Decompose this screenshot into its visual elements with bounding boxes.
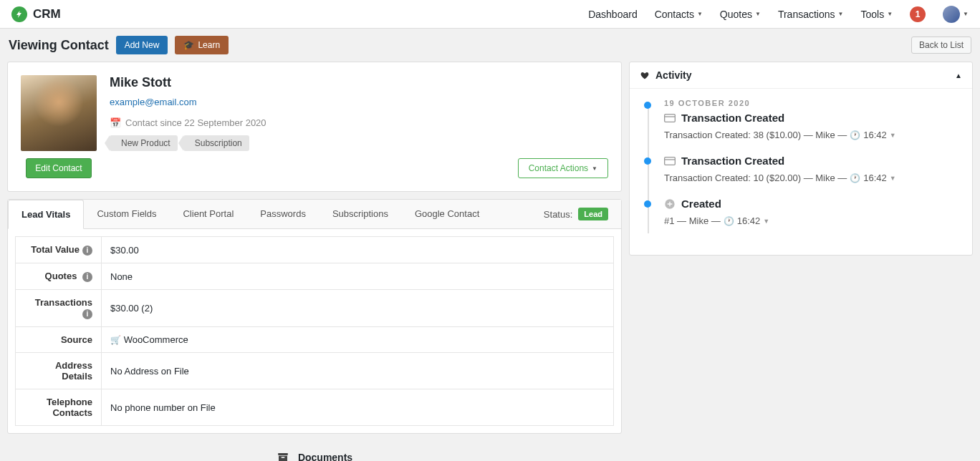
tab-client-portal[interactable]: Client Portal [170,200,247,228]
clock-icon: 🕐 [850,130,860,140]
tags-row: New Product Subscription [110,135,608,151]
nav-quotes[interactable]: Quotes▼ [720,9,761,20]
chevron-down-icon[interactable]: ▼ [890,175,896,182]
chevron-down-icon: ▼ [838,11,844,17]
page-header: Viewing Contact Add New 🎓 Learn Back to … [0,29,980,62]
timeline-time: 16:42 [737,215,761,226]
chevron-down-icon: ▼ [887,11,893,17]
timeline-item: Created #1 — Mike — 🕐 16:42 ▼ [644,198,958,226]
timeline-desc: #1 — Mike — [664,215,721,226]
svg-rect-2 [282,457,285,458]
notification-badge[interactable]: 1 [910,6,926,22]
chevron-down-icon[interactable]: ▼ [763,218,769,225]
vitals-row-value: No Address on File [102,353,614,389]
nav-contacts-label: Contacts [655,9,694,20]
chevron-down-icon: ▼ [755,11,761,17]
timeline-item: Transaction Created Transaction Created:… [644,155,958,183]
timeline-title: Transaction Created [681,112,784,124]
contact-since-text: Contact since 22 September 2020 [125,117,266,128]
archive-icon [277,451,289,461]
info-icon[interactable]: i [82,272,92,282]
brand-area: CRM [11,6,61,22]
vitals-row-label: Address Details [16,353,102,389]
top-nav: Dashboard Contacts▼ Quotes▼ Transactions… [588,6,969,23]
activity-title: Activity [655,69,692,81]
source-text: WooCommerce [124,334,188,345]
timeline-desc: Transaction Created: 10 ($20.00) — Mike … [664,173,847,183]
svg-rect-5 [665,157,676,165]
tab-passwords[interactable]: Passwords [247,200,320,228]
timeline-dot [644,200,651,208]
timeline-dot [644,102,651,109]
vitals-row-value: $30.00 [102,237,614,263]
vitals-row-label: Quotes [45,271,77,281]
documents-title: Documents [298,452,352,461]
info-icon[interactable]: i [82,246,92,256]
heartbeat-icon [640,70,650,80]
tab-google-contact[interactable]: Google Contact [402,200,493,228]
vitals-row-value: $30.00 (2) [102,290,614,327]
nav-dashboard-label: Dashboard [588,9,638,20]
chevron-down-icon: ▼ [592,165,597,172]
chevron-down-icon: ▼ [697,11,703,17]
contact-actions-button[interactable]: Contact Actions ▼ [518,158,608,178]
vitals-row-label: Telephone Contacts [16,389,102,426]
card-icon [664,156,676,166]
vitals-table: Total Valuei$30.00 Quotes iNone Transact… [15,236,614,426]
tab-custom-fields[interactable]: Custom Fields [84,200,170,228]
contact-since: 📅 Contact since 22 September 2020 [110,117,608,128]
nav-tools[interactable]: Tools▼ [860,9,893,20]
contact-actions-label: Contact Actions [529,163,588,173]
avatar [943,6,960,23]
timeline-date: 19 OCTOBER 2020 [664,99,958,107]
page-title: Viewing Contact [9,38,109,53]
nav-dashboard[interactable]: Dashboard [588,9,638,20]
contact-name: Mike Stott [110,75,608,90]
topbar: CRM Dashboard Contacts▼ Quotes▼ Transact… [0,0,980,29]
vitals-card: Lead Vitals Custom Fields Client Portal … [7,199,622,434]
collapse-icon[interactable]: ▲ [955,72,962,79]
back-to-list-button[interactable]: Back to List [911,37,971,54]
contact-card: Edit Contact Mike Stott example@email.co… [7,62,622,192]
nav-tools-label: Tools [860,9,884,20]
card-icon [664,113,676,123]
graduation-cap-icon: 🎓 [183,40,194,50]
timeline-time: 16:42 [863,130,887,140]
user-menu[interactable]: ▼ [943,6,969,23]
timeline-title: Created [681,198,721,210]
edit-contact-button[interactable]: Edit Contact [26,158,91,178]
tab-subscriptions[interactable]: Subscriptions [320,200,402,228]
timeline-title: Transaction Created [681,155,784,167]
tag[interactable]: New Product [110,135,178,151]
contact-email-link[interactable]: example@email.com [110,97,197,107]
documents-area: Documents Quotes Transactions Files Task… [7,441,622,461]
clock-icon: 🕐 [850,173,860,183]
vitals-row-label: Source [16,327,102,353]
timeline-desc: Transaction Created: 38 ($10.00) — Mike … [664,130,847,140]
tag[interactable]: Subscription [183,135,249,151]
chevron-down-icon: ▼ [963,11,969,17]
chevron-down-icon[interactable]: ▼ [890,132,896,139]
learn-button[interactable]: 🎓 Learn [175,36,229,54]
vitals-tabs: Lead Vitals Custom Fields Client Portal … [8,200,621,229]
nav-quotes-label: Quotes [720,9,752,20]
contact-photo [21,75,97,151]
vitals-row-label: Transactions [35,297,92,308]
plus-circle-icon [664,198,676,210]
status-label: Status: [544,209,572,220]
nav-transactions-label: Transactions [778,9,835,20]
nav-transactions[interactable]: Transactions▼ [778,9,844,20]
svg-rect-0 [278,453,288,455]
timeline-item: 19 OCTOBER 2020 Transaction Created Tran… [644,99,958,140]
info-icon[interactable]: i [82,309,92,319]
svg-rect-1 [279,456,287,461]
activity-panel: Activity ▲ 19 OCTOBER 2020 Transaction C… [629,62,973,256]
status-badge: Lead [578,208,608,220]
calendar-icon: 📅 [110,117,121,128]
timeline-dot [644,157,651,165]
add-new-button[interactable]: Add New [116,36,168,54]
tab-lead-vitals[interactable]: Lead Vitals [8,200,84,229]
svg-rect-3 [665,114,676,122]
nav-contacts[interactable]: Contacts▼ [655,9,703,20]
logo-icon [11,6,27,22]
